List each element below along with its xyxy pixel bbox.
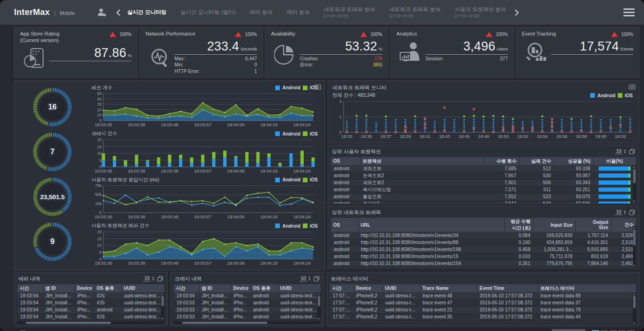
column-header[interactable]: 실패 건수 (519, 157, 554, 165)
export-copy-icon[interactable] (314, 276, 320, 282)
horizontal-scrollbar[interactable] (174, 321, 321, 324)
table-row[interactable]: 19:03:54JIH_Install...iPho...androiduuid… (174, 292, 321, 299)
column-header[interactable]: URL (358, 218, 504, 232)
table-row[interactable]: 19:03:53JIH_Install...iPho...androiduuid… (174, 313, 321, 320)
tab-1[interactable]: 실시간 모니터링 (127, 9, 167, 16)
column-header[interactable]: 앱 ID (199, 284, 231, 292)
tab-2[interactable]: 실시간 모니터링 (멀티) (181, 9, 236, 16)
vertical-scrollbar[interactable] (633, 166, 636, 203)
snapshot-camera-icon[interactable] (629, 83, 636, 92)
chart-title: 크래시 건수 (91, 130, 117, 137)
table-row[interactable]: 17:57:33iPhone8,2uuid-stress-te...trace … (330, 299, 636, 306)
kpi-unit: % (128, 53, 132, 58)
svg-text:19:03:57: 19:03:57 (194, 168, 212, 173)
column-header[interactable]: 시간 (330, 284, 353, 292)
page-size-selector[interactable]: 10▲▼ (143, 276, 154, 281)
column-header[interactable]: 트레이스 데이터 (538, 284, 636, 292)
column-header[interactable]: OS 종류 (250, 284, 278, 292)
column-header[interactable]: UUID (278, 284, 321, 292)
column-header[interactable]: 트랜잭션 (360, 157, 483, 165)
default-screen-button[interactable]: 기본화면 (552, 329, 585, 331)
column-header[interactable]: 앱 ID (43, 284, 74, 292)
table-row[interactable]: androidhttp://10.10.31.108:8080/imxstore… (331, 246, 636, 253)
vertical-scrollbar[interactable] (317, 293, 321, 320)
table-row[interactable]: android계좌조회7,68551293.338 (331, 165, 636, 172)
kpi-unit: Seconds (241, 47, 257, 51)
tab-4[interactable]: 에러 분석 (286, 9, 309, 16)
column-header[interactable]: 성공율 (%) (554, 157, 593, 165)
table-row[interactable]: 19:03:53JIH_Install...iPho...androiduuid… (174, 306, 321, 313)
kpi-unit: % (379, 47, 382, 51)
column-header[interactable]: 수행 횟수 (483, 157, 519, 165)
table-row[interactable]: 19:03:54JIH_Install...iPho...iOSuuid-str… (17, 313, 164, 320)
table-row[interactable]: androidhttp://10.10.31.108:8080/imxstore… (331, 232, 636, 239)
dashboard-tabs: 실시간 모니터링실시간 모니터링 (멀티)에러 분석에러 분석네트워크 트래픽 … (127, 7, 506, 18)
svg-text:19:03:30: 19:03:30 (95, 260, 112, 266)
kpi-detail: HTTP Error:1 (175, 68, 257, 75)
column-header[interactable]: 비율(%) (593, 157, 636, 165)
tabs-scroll-right-icon[interactable] (514, 9, 519, 16)
data-table: 시간DeviceUUIDTrace NameEvent Time트레이스 데이터… (330, 284, 636, 325)
table-row[interactable]: android통장조회7,55252393.075 (331, 193, 636, 200)
page-size-selector[interactable]: 10▲▼ (300, 276, 311, 281)
column-header[interactable]: Trace Name (420, 284, 477, 292)
kpi-value: 87.86 (94, 46, 126, 60)
svg-text:18:37: 18:37 (381, 134, 392, 139)
tab-3[interactable]: 에러 분석 (249, 9, 272, 16)
table-row[interactable]: 19:03:54JIH_Install...iPho...iOSuuid-str… (17, 299, 164, 306)
table-row[interactable]: android로그인27,54754092.845 (331, 200, 636, 203)
chart-title: 세션 개수 (91, 85, 112, 91)
column-header[interactable]: Device (353, 284, 382, 292)
menu-icon[interactable] (623, 8, 635, 16)
column-header[interactable]: OS (331, 218, 358, 232)
column-header[interactable]: 평균 수행시간 (초) (504, 218, 533, 232)
column-header[interactable]: OS 종류 (94, 284, 121, 292)
export-copy-icon[interactable] (629, 209, 635, 216)
svg-text:50: 50 (97, 91, 102, 96)
column-header[interactable]: Input Size (533, 218, 575, 232)
page-size-selector[interactable]: 10▲▼ (615, 209, 626, 215)
tab-5[interactable]: 네트워크 트래픽 분석[17:00~18:00] (324, 7, 375, 18)
column-header[interactable]: OS (331, 157, 360, 165)
table-row[interactable]: android계좌조회27,60150693.343 (331, 179, 636, 186)
svg-text:19:03:48: 19:03:48 (161, 168, 178, 173)
column-header[interactable]: Event Time (477, 284, 538, 292)
network-traffic-monitor-panel: 네트워크 트래픽 모니터 전체 건수 : 483,348 Android iOS… (328, 80, 639, 143)
table-row[interactable]: androidhttp://10.10.31.108:8080/imxstore… (331, 253, 636, 260)
table-row[interactable]: 19:03:53JIH_Install...iPho...androiduuid… (174, 299, 321, 306)
table-row[interactable]: androidhttp://10.10.31.108:8080/imxstore… (331, 260, 636, 267)
snapshot-camera-icon[interactable] (314, 83, 321, 92)
table-row[interactable]: 19:03:54JIH_Install...iPho...iOSuuid-str… (17, 292, 164, 299)
table-row[interactable]: android즉시이체신청7,57151193.251 (331, 186, 636, 193)
svg-text:23,501.5: 23,501.5 (40, 194, 65, 201)
horizontal-scrollbar[interactable] (17, 321, 164, 324)
vertical-scrollbar[interactable] (161, 293, 164, 320)
column-header[interactable]: OutputSize (575, 218, 611, 232)
table-row[interactable]: 17:57:33iPhone8,2uuid-stress-te...trace … (330, 292, 636, 299)
column-header[interactable]: Device (74, 284, 94, 292)
svg-text:18:39: 18:39 (400, 134, 411, 139)
vertical-scrollbar[interactable] (633, 293, 636, 325)
column-header[interactable]: 건수 (611, 218, 636, 232)
column-header[interactable]: 시간 (17, 284, 43, 292)
export-copy-icon[interactable] (157, 276, 163, 282)
table-row[interactable]: android잔액조회27,66753093.087 (331, 172, 636, 179)
column-header[interactable]: Device (231, 284, 250, 292)
table-row[interactable]: 17:57:33iPhone8,2uuid-stress-te...trace … (330, 306, 636, 313)
add-user-icon[interactable] (96, 7, 108, 17)
column-header[interactable]: UUID (121, 284, 164, 292)
vertical-scrollbar[interactable] (633, 226, 636, 267)
page-size-selector[interactable]: 10▲▼ (615, 149, 626, 154)
export-copy-icon[interactable] (629, 149, 635, 155)
tab-7[interactable]: 사용자 트랜잭션 분석[17:06~18:06] (454, 7, 506, 18)
column-header[interactable]: 시간 (174, 284, 199, 292)
table-row[interactable]: androidhttp://10.10.31.108:8080/imxstore… (331, 239, 636, 246)
tab-6[interactable]: 네트워크 트래픽 분석[17:06~18:06] (389, 7, 441, 18)
tabs-scroll-left-icon[interactable] (116, 9, 121, 16)
table-row[interactable]: 17:57:33iPhone8,2uuid-stress-te...trace … (330, 313, 636, 320)
table-row[interactable]: 19:03:54JIH_Install...iPho...androiduuid… (17, 306, 164, 313)
svg-text:15: 15 (97, 236, 102, 241)
chart-plot: 0510152019:03:3019:03:3919:03:4819:03:57… (89, 230, 321, 268)
kpi-detail: Crashes:176 (300, 56, 382, 62)
column-header[interactable]: UUID (382, 284, 420, 292)
